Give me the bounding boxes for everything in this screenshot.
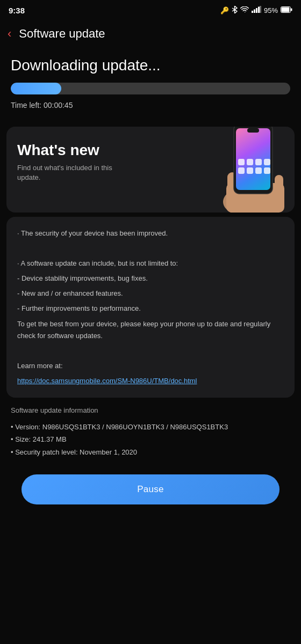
security-patch-info: • Security patch level: November 1, 2020	[11, 446, 290, 458]
svg-rect-6	[282, 7, 290, 12]
downloading-heading: Downloading update...	[11, 57, 290, 74]
back-button[interactable]: ‹	[5, 25, 13, 43]
svg-rect-24	[255, 167, 262, 174]
status-bar: 9:38 🔑	[0, 0, 301, 19]
page-title: Software update	[19, 27, 105, 41]
svg-rect-21	[264, 159, 270, 165]
status-icons: 🔑 95%	[220, 6, 292, 15]
learn-more-link[interactable]: https://doc.samsungmobile.com/SM-N986U/T…	[17, 377, 197, 385]
update-info-title: Software update information	[11, 406, 290, 414]
svg-rect-3	[258, 7, 260, 13]
top-nav: ‹ Software update	[0, 19, 301, 52]
content-card: · The security of your device has been i…	[6, 217, 295, 398]
progress-bar-fill	[11, 83, 61, 94]
update-content-text: · The security of your device has been i…	[17, 228, 284, 387]
whats-new-desc: Find out what's included in this update.	[17, 163, 125, 182]
content-line4: - New and / or enhanced features.	[17, 288, 284, 299]
svg-rect-25	[264, 167, 270, 174]
battery-percentage: 95%	[264, 6, 278, 14]
svg-rect-18	[238, 159, 245, 165]
content-line6: To get the best from your device, please…	[17, 318, 284, 342]
key-icon: 🔑	[220, 6, 229, 14]
content-line3: - Device stability improvements, bug fix…	[17, 273, 284, 284]
learn-more-label: Learn more at:	[17, 360, 284, 372]
update-info-section: Software update information • Version: N…	[6, 406, 295, 458]
signal-bars-icon	[252, 6, 261, 14]
content-line5: - Further improvements to performance.	[17, 303, 284, 314]
status-time: 9:38	[9, 6, 25, 15]
content-line1: · The security of your device has been i…	[17, 228, 284, 239]
svg-rect-19	[247, 159, 253, 165]
svg-rect-7	[291, 8, 292, 11]
svg-rect-4	[260, 6, 261, 13]
whats-new-card: What's new Find out what's included in t…	[6, 127, 295, 213]
phone-hand-image	[211, 127, 295, 213]
svg-rect-20	[255, 159, 262, 165]
pause-button[interactable]: Pause	[22, 474, 280, 504]
download-section: Downloading update... Time left: 00:00:4…	[0, 52, 301, 120]
version-info: • Version: N986USQS1BTK3 / N986UOYN1BTK3…	[11, 421, 290, 433]
svg-rect-22	[238, 167, 245, 174]
content-line2: · A software update can include, but is …	[17, 258, 284, 269]
bottom-action: Pause	[0, 458, 301, 526]
bluetooth-icon	[232, 6, 238, 15]
content-line-spacer	[17, 243, 284, 254]
wifi-icon	[240, 6, 249, 14]
svg-rect-17	[247, 128, 259, 133]
progress-bar-container	[11, 83, 290, 94]
battery-icon	[281, 6, 292, 14]
content-line-spacer2	[17, 345, 284, 357]
size-info: • Size: 241.37 MB	[11, 433, 290, 445]
svg-rect-2	[256, 8, 257, 13]
svg-rect-1	[254, 10, 255, 13]
svg-rect-23	[247, 167, 253, 174]
svg-rect-0	[252, 11, 253, 13]
update-info-list: • Version: N986USQS1BTK3 / N986UOYN1BTK3…	[11, 421, 290, 458]
time-left-text: Time left: 00:00:45	[11, 101, 290, 109]
